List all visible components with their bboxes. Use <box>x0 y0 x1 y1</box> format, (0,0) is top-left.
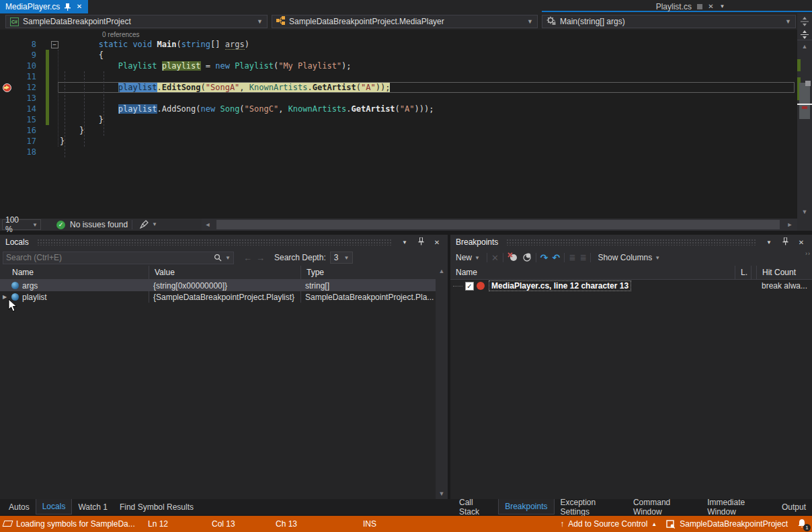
window-position-icon[interactable]: ▼ <box>764 239 774 245</box>
close-icon[interactable]: ✕ <box>432 239 442 246</box>
fold-margin[interactable]: − <box>49 41 60 48</box>
code-cleanup-button[interactable]: ▼ <box>140 220 157 229</box>
close-icon[interactable]: ✕ <box>75 3 83 11</box>
column-header-name[interactable]: Name <box>450 266 735 279</box>
type-dropdown[interactable]: SampleDataBreakpointProject.MediaPlayer … <box>272 15 538 28</box>
tab-autos[interactable]: Autos <box>3 499 36 515</box>
close-icon[interactable]: ✕ <box>707 3 715 11</box>
breakpoint-margin[interactable] <box>0 136 13 147</box>
pin-icon[interactable] <box>780 237 790 247</box>
scroll-left-icon[interactable]: ◄ <box>203 221 212 228</box>
tab-watch-1[interactable]: Watch 1 <box>72 499 114 515</box>
search-input[interactable] <box>6 253 214 262</box>
keep-open-icon[interactable] <box>696 3 703 11</box>
export-breakpoints-icon[interactable]: ↷ <box>540 252 549 263</box>
code-line-8[interactable]: 8− static void Main(string[] args) <box>0 39 797 50</box>
chevron-down-icon[interactable]: ▼ <box>225 255 231 261</box>
show-columns-button[interactable]: Show Columns ▼ <box>595 253 663 262</box>
locals-row-playlist[interactable]: ▶playlist{SampleDataBreakpointProject.Pl… <box>0 291 448 303</box>
column-header-labels[interactable]: L. <box>735 266 752 279</box>
member-dropdown[interactable]: Main(string[] args) ▼ <box>542 15 796 28</box>
breakpoint-margin[interactable] <box>0 125 13 136</box>
go-to-disassembly-icon[interactable]: ≣ <box>579 253 586 262</box>
code-line-13[interactable]: 13 <box>0 93 797 104</box>
breakpoint-margin[interactable] <box>0 50 13 61</box>
code-line-12[interactable]: 12 playlist.EditSong("SongA", KnownArtis… <box>0 82 797 93</box>
editor-splitter-handle[interactable] <box>797 13 812 30</box>
breakpoint-margin[interactable] <box>0 93 13 104</box>
pin-icon[interactable] <box>64 3 71 11</box>
notifications-button[interactable]: 1 <box>797 519 808 529</box>
code-line-18[interactable]: 18 <box>0 147 797 157</box>
health-indicator[interactable]: ✓ No issues found <box>56 220 128 229</box>
column-header-value[interactable]: Value <box>149 266 301 279</box>
scrollbar-thumb[interactable] <box>216 220 780 229</box>
repository-selector[interactable]: SampleDataBreakpointProject <box>666 519 788 529</box>
toggle-all-breakpoints-icon[interactable] <box>522 252 532 264</box>
column-header-type[interactable]: Type <box>301 266 436 279</box>
breakpoint-margin[interactable] <box>0 39 13 50</box>
new-breakpoint-button[interactable]: New ▼ <box>453 253 483 262</box>
scroll-right-icon[interactable]: ► <box>785 221 795 228</box>
scroll-down-icon[interactable]: ▼ <box>797 208 812 215</box>
pin-icon[interactable] <box>415 237 426 247</box>
search-back-icon[interactable]: ← <box>243 253 252 263</box>
code-editor[interactable]: 0 references8− static void Main(string[]… <box>0 30 797 219</box>
code-line-17[interactable]: 17} <box>0 136 797 147</box>
project-dropdown[interactable]: C# SampleDataBreakpointProject ▼ <box>5 15 268 28</box>
tab-call-stack[interactable]: Call Stack <box>453 499 498 515</box>
tab-command-window[interactable]: Command Window <box>627 499 701 515</box>
tab-find-symbol-results[interactable]: Find Symbol Results <box>114 499 200 515</box>
code-line-14[interactable]: 14 playlist.AddSong(new Song("SongC", Kn… <box>0 104 797 114</box>
code-line-10[interactable]: 10 Playlist playlist = new Playlist("My … <box>0 61 797 71</box>
tab-breakpoints[interactable]: Breakpoints <box>498 499 554 515</box>
delete-breakpoint-icon[interactable]: ✕ <box>491 253 499 263</box>
code-line-16[interactable]: 16 } <box>0 125 797 136</box>
locals-title-bar[interactable]: Locals ▼ ✕ <box>0 235 448 250</box>
go-to-source-icon[interactable]: ≣ <box>569 253 575 262</box>
split-window-handle[interactable] <box>797 30 812 40</box>
delete-all-breakpoints-icon[interactable] <box>508 252 518 264</box>
code-line-9[interactable]: 9 { <box>0 50 797 61</box>
codelens-references[interactable]: 0 references <box>0 30 797 39</box>
tab-mediaplayer[interactable]: MediaPlayer.cs ✕ <box>0 0 88 13</box>
tab-list-chevron-icon[interactable]: ▼ <box>719 3 726 11</box>
column-header-hitcount[interactable]: Hit Count <box>757 266 812 279</box>
locals-scrollbar[interactable]: ▲ ▼ <box>436 266 448 499</box>
breakpoint-margin[interactable] <box>0 104 13 114</box>
scroll-up-icon[interactable]: ▲ <box>797 43 812 50</box>
close-icon[interactable]: ✕ <box>796 239 807 246</box>
search-icon[interactable] <box>214 254 222 262</box>
editor-vertical-scrollbar[interactable]: ▲ ▼ <box>797 30 812 219</box>
search-box[interactable]: ▼ <box>3 252 234 264</box>
scroll-up-icon[interactable]: ▲ <box>436 268 448 274</box>
import-breakpoints-icon[interactable]: ↶ <box>553 252 561 263</box>
code-line-11[interactable]: 11 <box>0 71 797 82</box>
tab-locals[interactable]: Locals <box>36 499 73 515</box>
column-header-name[interactable]: Name <box>0 266 149 279</box>
breakpoints-title-bar[interactable]: Breakpoints ▼ ✕ <box>450 235 812 250</box>
tab-playlist-preview[interactable]: Playlist.cs ✕ ▼ <box>651 0 731 13</box>
breakpoint-margin[interactable] <box>0 71 13 82</box>
zoom-dropdown[interactable]: 100 % ▼ <box>2 219 41 230</box>
tab-exception-settings[interactable]: Exception Settings <box>555 499 627 515</box>
breakpoint-margin[interactable] <box>0 147 13 157</box>
breakpoint-margin[interactable] <box>0 114 13 125</box>
editor-horizontal-scrollbar[interactable]: ◄ ► <box>202 219 797 231</box>
window-position-icon[interactable]: ▼ <box>399 239 410 245</box>
search-depth-dropdown[interactable]: 3 ▼ <box>330 252 354 264</box>
code-line-15[interactable]: 15 } <box>0 114 797 125</box>
add-to-source-control-button[interactable]: ↑ Add to Source Control ▲ <box>560 519 657 529</box>
tab-output[interactable]: Output <box>776 499 812 515</box>
toolbar-overflow-icon[interactable]: ›› <box>805 250 811 257</box>
breakpoint-margin[interactable] <box>0 61 13 71</box>
breakpoint-row[interactable]: ✓MediaPlayer.cs, line 12 character 13bre… <box>450 280 812 292</box>
scroll-down-icon[interactable]: ▼ <box>436 490 448 497</box>
breakpoint-margin[interactable] <box>0 82 13 93</box>
collapse-box-icon[interactable]: − <box>51 41 58 48</box>
breakpoint-checkbox[interactable]: ✓ <box>465 282 474 291</box>
locals-row-args[interactable]: args{string[0x00000000]}string[] <box>0 280 448 291</box>
tab-immediate-window[interactable]: Immediate Window <box>701 499 776 515</box>
scrollbar-thumb[interactable] <box>799 83 810 119</box>
search-forward-icon[interactable]: → <box>256 253 265 263</box>
